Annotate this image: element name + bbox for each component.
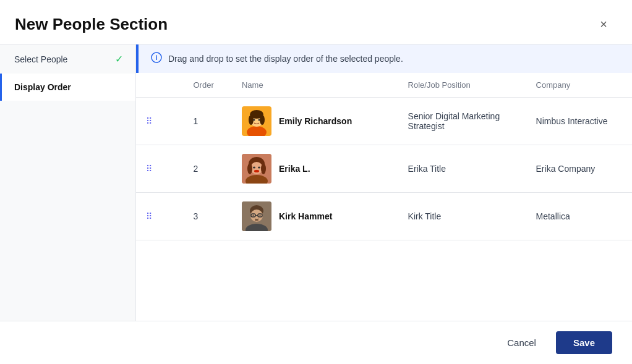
svg-point-16 bbox=[253, 167, 255, 169]
avatar bbox=[242, 201, 271, 231]
modal-header: New People Section × bbox=[0, 0, 632, 44]
svg-text:i: i bbox=[155, 54, 157, 61]
table-row: ⠿1 bbox=[136, 98, 632, 145]
cancel-button[interactable]: Cancel bbox=[495, 331, 549, 354]
role-text: Senior Digital Marketing Strategist bbox=[408, 111, 500, 131]
info-icon: i bbox=[151, 52, 162, 66]
avatar bbox=[242, 154, 271, 184]
company-cell: Nimbus Interactive bbox=[526, 98, 632, 145]
avatar bbox=[242, 106, 271, 136]
role-cell: Erika Title bbox=[398, 145, 526, 193]
order-number: 3 bbox=[194, 211, 199, 221]
name-cell: Emily Richardson bbox=[232, 98, 398, 145]
drag-handle-icon[interactable]: ⠿ bbox=[146, 211, 152, 221]
svg-point-14 bbox=[247, 163, 252, 174]
col-order-num: Order bbox=[184, 73, 232, 98]
modal-footer: Cancel Save bbox=[0, 321, 632, 364]
col-company: Company bbox=[526, 73, 632, 98]
order-number: 2 bbox=[194, 164, 199, 174]
close-button[interactable]: × bbox=[595, 16, 612, 33]
drag-handle-cell: ⠿ bbox=[136, 193, 184, 240]
modal-body: Select People ✓ Display Order i Drag and… bbox=[0, 44, 632, 321]
sidebar-item-select-people[interactable]: Select People ✓ bbox=[0, 44, 135, 74]
svg-point-27 bbox=[259, 215, 260, 216]
svg-point-9 bbox=[258, 119, 260, 121]
close-icon: × bbox=[600, 17, 607, 32]
name-cell: Erika L. bbox=[232, 145, 398, 193]
svg-point-26 bbox=[252, 215, 254, 216]
people-table: Order Name Role/Job Position Company ⠿1 bbox=[136, 73, 632, 240]
company-text: Metallica bbox=[536, 211, 570, 221]
company-cell: Erika Company bbox=[526, 145, 632, 193]
drag-handle-cell: ⠿ bbox=[136, 145, 184, 193]
role-text: Kirk Title bbox=[408, 211, 442, 221]
svg-point-28 bbox=[255, 219, 258, 221]
save-button[interactable]: Save bbox=[556, 331, 612, 354]
drag-handle-icon[interactable]: ⠿ bbox=[146, 116, 152, 126]
company-text: Erika Company bbox=[536, 164, 596, 174]
table-row: ⠿2 bbox=[136, 145, 632, 193]
name-cell: Kirk Hammet bbox=[232, 193, 398, 240]
company-text: Nimbus Interactive bbox=[536, 116, 608, 126]
info-banner: i Drag and drop to set the display order… bbox=[136, 44, 632, 73]
order-cell: 1 bbox=[184, 98, 232, 145]
modal-title: New People Section bbox=[15, 15, 168, 34]
svg-point-15 bbox=[261, 163, 266, 174]
table-header-row: Order Name Role/Job Position Company bbox=[136, 73, 632, 98]
person-name: Erika L. bbox=[279, 164, 310, 174]
role-cell: Kirk Title bbox=[398, 193, 526, 240]
company-cell: Metallica bbox=[526, 193, 632, 240]
order-number: 1 bbox=[194, 116, 199, 126]
col-role: Role/Job Position bbox=[398, 73, 526, 98]
drag-handle-cell: ⠿ bbox=[136, 98, 184, 145]
col-order bbox=[136, 73, 184, 98]
check-icon: ✓ bbox=[115, 53, 123, 65]
sidebar-item-display-order[interactable]: Display Order bbox=[0, 74, 135, 101]
person-name: Kirk Hammet bbox=[279, 211, 332, 221]
main-content: i Drag and drop to set the display order… bbox=[136, 44, 632, 321]
drag-handle-icon[interactable]: ⠿ bbox=[146, 164, 152, 174]
role-cell: Senior Digital Marketing Strategist bbox=[398, 98, 526, 145]
people-table-container: Order Name Role/Job Position Company ⠿1 bbox=[136, 73, 632, 321]
person-name: Emily Richardson bbox=[279, 116, 352, 126]
svg-point-7 bbox=[260, 115, 265, 125]
svg-point-17 bbox=[258, 167, 260, 169]
order-cell: 2 bbox=[184, 145, 232, 193]
sidebar-item-label: Select People bbox=[14, 54, 67, 64]
table-row: ⠿3 bbox=[136, 193, 632, 240]
order-cell: 3 bbox=[184, 193, 232, 240]
sidebar-item-label: Display Order bbox=[14, 82, 71, 92]
role-text: Erika Title bbox=[408, 164, 446, 174]
col-name: Name bbox=[232, 73, 398, 98]
info-banner-text: Drag and drop to set the display order o… bbox=[168, 54, 403, 64]
svg-point-8 bbox=[253, 119, 255, 121]
svg-point-6 bbox=[249, 115, 254, 125]
modal-container: New People Section × Select People ✓ Dis… bbox=[0, 0, 632, 364]
sidebar: Select People ✓ Display Order bbox=[0, 44, 136, 321]
